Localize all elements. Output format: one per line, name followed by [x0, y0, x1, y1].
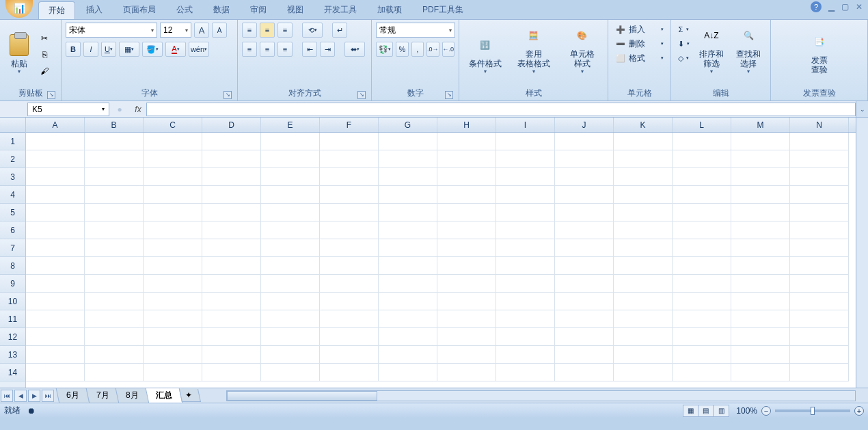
autosum-button[interactable]: Σ▾: [675, 23, 692, 36]
tab-2[interactable]: 页面布局: [113, 1, 165, 19]
font-name-combo[interactable]: 宋体▾: [66, 23, 157, 38]
sheet-tab[interactable]: 6月: [56, 388, 90, 403]
column-header[interactable]: M: [731, 118, 790, 132]
row-header[interactable]: 12: [0, 328, 25, 346]
row-header[interactable]: 3: [0, 168, 25, 186]
column-header[interactable]: J: [555, 118, 614, 132]
grow-font-icon[interactable]: A: [194, 23, 209, 38]
column-header[interactable]: C: [144, 118, 202, 132]
sheet-nav-last-icon[interactable]: ⏭: [42, 390, 54, 402]
format-cells-button[interactable]: ⬜格式▾: [612, 51, 666, 65]
column-header[interactable]: N: [790, 118, 849, 132]
tab-6[interactable]: 视图: [277, 1, 313, 19]
copy-icon[interactable]: ⎘: [37, 47, 52, 62]
row-header[interactable]: 9: [0, 275, 25, 293]
office-button[interactable]: 📊: [5, 0, 33, 18]
fx-icon[interactable]: fx: [130, 105, 146, 114]
font-size-combo[interactable]: 12▾: [160, 23, 191, 38]
align-left-icon[interactable]: ≡: [242, 42, 257, 57]
row-header[interactable]: 2: [0, 150, 25, 168]
tab-5[interactable]: 审阅: [241, 1, 276, 19]
sheet-nav-first-icon[interactable]: ⏮: [1, 390, 13, 402]
invoice-check-button[interactable]: 📑发票 查验: [800, 23, 839, 76]
column-header[interactable]: I: [496, 118, 555, 132]
horizontal-scrollbar[interactable]: [226, 390, 856, 401]
sheet-tab[interactable]: 8月: [116, 388, 149, 403]
zoom-level[interactable]: 100%: [736, 406, 757, 416]
tab-7[interactable]: 开发工具: [314, 1, 366, 19]
row-header[interactable]: 11: [0, 310, 25, 328]
tab-9[interactable]: PDF工具集: [413, 1, 473, 19]
row-header[interactable]: 10: [0, 293, 25, 310]
column-header[interactable]: F: [320, 118, 379, 132]
orientation-icon[interactable]: ⟲▾: [302, 23, 323, 38]
fill-button[interactable]: ⬇▾: [675, 37, 692, 51]
dialog-launcher-icon[interactable]: ↘: [445, 91, 453, 99]
row-header[interactable]: 7: [0, 239, 25, 257]
column-header[interactable]: L: [673, 118, 731, 132]
tab-1[interactable]: 插入: [77, 1, 112, 19]
row-header[interactable]: 6: [0, 221, 25, 239]
number-format-combo[interactable]: 常规▾: [376, 23, 455, 38]
column-header[interactable]: H: [437, 118, 496, 132]
tab-3[interactable]: 公式: [167, 1, 202, 19]
align-top-icon[interactable]: ≡: [242, 23, 257, 38]
underline-button[interactable]: U▾: [101, 42, 116, 57]
sort-filter-button[interactable]: A↓Z排序和 筛选▾: [694, 23, 729, 76]
column-header[interactable]: D: [202, 118, 261, 132]
row-header[interactable]: 5: [0, 204, 25, 221]
align-bottom-icon[interactable]: ≡: [277, 23, 293, 38]
macro-record-icon[interactable]: ⏺: [27, 406, 36, 416]
close-icon[interactable]: ✕: [856, 2, 863, 12]
italic-button[interactable]: I: [83, 42, 98, 57]
bold-button[interactable]: B: [66, 42, 81, 57]
row-header[interactable]: 13: [0, 346, 25, 364]
vertical-scrollbar[interactable]: [856, 118, 868, 388]
cut-icon[interactable]: ✂: [37, 31, 52, 46]
format-as-table-button[interactable]: 🧮套用 表格格式▾: [512, 23, 556, 76]
page-break-view-icon[interactable]: ▥: [714, 405, 729, 416]
tab-4[interactable]: 数据: [204, 1, 239, 19]
percent-icon[interactable]: %: [396, 42, 408, 57]
column-header[interactable]: E: [261, 118, 320, 132]
decrease-decimal-icon[interactable]: ←.0: [442, 42, 455, 57]
dialog-launcher-icon[interactable]: ↘: [47, 91, 55, 99]
zoom-out-button[interactable]: −: [761, 406, 771, 416]
clear-button[interactable]: ◇▾: [675, 51, 692, 65]
tab-8[interactable]: 加载项: [368, 1, 411, 19]
column-header[interactable]: B: [85, 118, 144, 132]
dialog-launcher-icon[interactable]: ↘: [223, 91, 232, 99]
zoom-in-button[interactable]: +: [854, 406, 864, 416]
name-box[interactable]: K5▾: [27, 103, 109, 116]
wrap-text-icon[interactable]: ↵: [332, 23, 347, 38]
minimize-icon[interactable]: ▁: [828, 2, 835, 12]
align-middle-icon[interactable]: ≡: [260, 23, 275, 38]
row-header[interactable]: 1: [0, 133, 25, 150]
row-header[interactable]: 8: [0, 257, 25, 275]
increase-indent-icon[interactable]: ⇥: [320, 42, 335, 57]
font-color-button[interactable]: A▾: [165, 42, 186, 57]
sheet-nav-prev-icon[interactable]: ◀: [14, 390, 27, 402]
accounting-format-icon[interactable]: 💱▾: [376, 42, 393, 57]
new-sheet-button[interactable]: ✦: [179, 389, 201, 402]
increase-decimal-icon[interactable]: .0→: [426, 42, 439, 57]
merge-center-icon[interactable]: ⬌▾: [344, 42, 365, 57]
decrease-indent-icon[interactable]: ⇤: [302, 42, 317, 57]
help-icon[interactable]: ?: [811, 1, 822, 12]
row-header[interactable]: 4: [0, 186, 25, 204]
normal-view-icon[interactable]: ▦: [683, 405, 699, 416]
delete-cells-button[interactable]: ➖删除▾: [612, 37, 666, 51]
column-header[interactable]: A: [26, 118, 85, 132]
align-right-icon[interactable]: ≡: [277, 42, 293, 57]
column-header[interactable]: K: [614, 118, 673, 132]
find-select-button[interactable]: 🔍查找和 选择▾: [731, 23, 765, 76]
cells-area[interactable]: [26, 133, 856, 381]
format-painter-icon[interactable]: 🖌: [37, 64, 52, 79]
insert-cells-button[interactable]: ➕插入▾: [612, 23, 666, 36]
tab-0[interactable]: 开始: [38, 1, 75, 19]
sheet-nav-next-icon[interactable]: ▶: [28, 390, 40, 402]
cell-styles-button[interactable]: 🎨单元格 样式▾: [563, 23, 601, 76]
formula-input[interactable]: [146, 103, 856, 116]
column-header[interactable]: G: [379, 118, 437, 132]
align-center-icon[interactable]: ≡: [260, 42, 275, 57]
